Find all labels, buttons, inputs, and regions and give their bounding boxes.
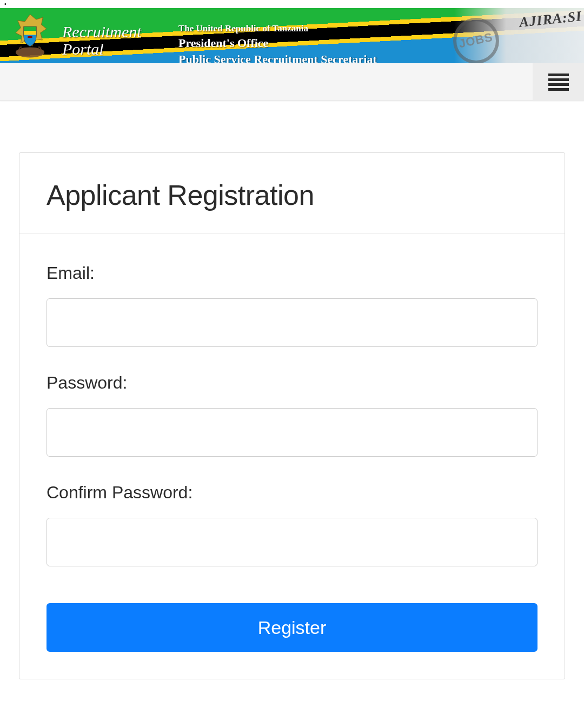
svg-point-2 bbox=[16, 47, 44, 57]
svg-rect-1 bbox=[24, 31, 36, 35]
svg-rect-6 bbox=[548, 88, 569, 91]
svg-rect-0 bbox=[24, 26, 36, 31]
menu-toggle-button[interactable] bbox=[533, 63, 584, 101]
confirm-password-field[interactable] bbox=[47, 518, 537, 566]
registration-card: Applicant Registration Email: Password: … bbox=[19, 152, 565, 679]
banner-titles: The United Republic of Tanzania Presiden… bbox=[178, 23, 377, 63]
magnifier-icon: JOBS bbox=[453, 18, 499, 64]
password-field[interactable] bbox=[47, 408, 537, 457]
card-header: Applicant Registration bbox=[19, 153, 565, 233]
email-field[interactable] bbox=[47, 298, 537, 347]
ajira-text: AJIRA:SI bbox=[518, 8, 582, 31]
site-banner: AJIRA:SI JOBS Recruitment Portal The Uni… bbox=[0, 8, 584, 63]
coat-of-arms-icon bbox=[4, 10, 56, 62]
register-button[interactable]: Register bbox=[47, 603, 537, 652]
hamburger-icon bbox=[548, 74, 569, 91]
secretariat-line: Public Service Recruitment Secretariat bbox=[178, 52, 377, 63]
email-group: Email: bbox=[47, 263, 537, 347]
svg-rect-4 bbox=[548, 78, 569, 81]
confirm-password-group: Confirm Password: bbox=[47, 483, 537, 566]
portal-name-line2: Portal bbox=[62, 41, 142, 58]
card-body: Email: Password: Confirm Password: Regis… bbox=[19, 233, 565, 679]
password-group: Password: bbox=[47, 373, 537, 457]
page-top-marker: • bbox=[0, 0, 584, 8]
country-line: The United Republic of Tanzania bbox=[178, 23, 377, 34]
password-label: Password: bbox=[47, 373, 537, 393]
svg-rect-5 bbox=[548, 83, 569, 86]
email-label: Email: bbox=[47, 263, 537, 283]
portal-name-line1: Recruitment bbox=[62, 23, 142, 41]
jobs-text: JOBS bbox=[457, 30, 494, 51]
content-area: Applicant Registration Email: Password: … bbox=[0, 101, 584, 701]
nav-bar bbox=[0, 63, 584, 101]
page-title: Applicant Registration bbox=[47, 179, 537, 211]
svg-rect-3 bbox=[548, 74, 569, 76]
confirm-password-label: Confirm Password: bbox=[47, 483, 537, 503]
magnifier-jobs-graphic: JOBS bbox=[443, 24, 508, 57]
office-line: President's Office bbox=[178, 36, 377, 50]
portal-name: Recruitment Portal bbox=[62, 23, 142, 57]
